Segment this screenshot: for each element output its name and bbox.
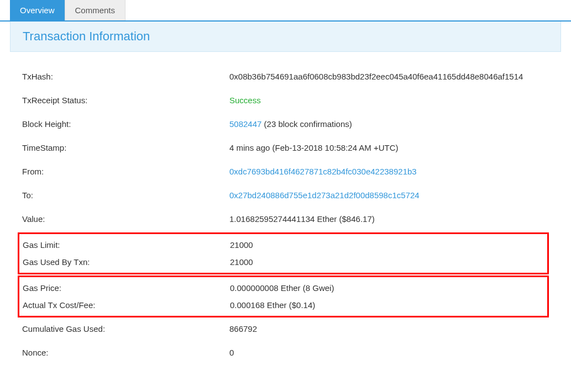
tab-overview[interactable]: Overview <box>10 0 65 20</box>
value-nonce: 0 <box>229 348 549 357</box>
highlight-gas-price-fee: Gas Price: 0.000000008 Ether (8 Gwei) Ac… <box>18 276 549 317</box>
row-gas-limit: Gas Limit: 21000 <box>23 236 544 253</box>
value-status: Success <box>229 96 549 105</box>
value-cumulative-gas: 866792 <box>229 324 549 333</box>
text-confirmations: (23 block confirmations) <box>261 119 352 129</box>
highlight-gas-limit-used: Gas Limit: 21000 Gas Used By Txn: 21000 <box>18 232 549 274</box>
label-status: TxReceipt Status: <box>22 96 229 105</box>
label-gas-price: Gas Price: <box>23 283 230 293</box>
row-to: To: 0x27bd240886d755e1d273a21d2f00d8598c… <box>22 185 549 205</box>
value-tx-fee: 0.000168 Ether ($0.14) <box>230 300 544 310</box>
row-nonce: Nonce: 0 <box>22 342 549 363</box>
label-to: To: <box>22 190 229 200</box>
tabs: Overview Comments <box>0 0 571 22</box>
tab-comments[interactable]: Comments <box>65 0 126 20</box>
label-block-height: Block Height: <box>22 119 229 129</box>
label-nonce: Nonce: <box>22 348 229 357</box>
value-txhash: 0x08b36b754691aa6f0608cb983bd23f2eec045a… <box>229 72 549 81</box>
value-value: 1.01682595274441134 Ether ($846.17) <box>229 214 549 224</box>
row-txhash: TxHash: 0x08b36b754691aa6f0608cb983bd23f… <box>22 66 549 87</box>
link-to-address[interactable]: 0x27bd240886d755e1d273a21d2f00d8598c1c57… <box>229 190 549 200</box>
row-gas-price: Gas Price: 0.000000008 Ether (8 Gwei) <box>23 279 544 296</box>
value-gas-limit: 21000 <box>230 240 544 250</box>
link-block-height[interactable]: 5082447 <box>229 119 261 129</box>
label-gas-used: Gas Used By Txn: <box>23 257 230 267</box>
label-value: Value: <box>22 214 229 224</box>
row-timestamp: TimeStamp: 4 mins ago (Feb-13-2018 10:58… <box>22 137 549 158</box>
label-cumulative-gas: Cumulative Gas Used: <box>22 324 229 333</box>
row-block-height: Block Height: 5082447 (23 block confirma… <box>22 114 549 134</box>
label-timestamp: TimeStamp: <box>22 143 229 152</box>
label-tx-fee: Actual Tx Cost/Fee: <box>23 300 230 310</box>
value-block-height: 5082447 (23 block confirmations) <box>229 119 549 129</box>
label-txhash: TxHash: <box>22 72 229 81</box>
value-gas-price: 0.000000008 Ether (8 Gwei) <box>230 283 544 293</box>
row-from: From: 0xdc7693bd416f4627871c82b4fc030e42… <box>22 161 549 182</box>
link-from-address[interactable]: 0xdc7693bd416f4627871c82b4fc030e42238921… <box>229 167 549 176</box>
row-value: Value: 1.01682595274441134 Ether ($846.1… <box>22 209 549 229</box>
row-tx-fee: Actual Tx Cost/Fee: 0.000168 Ether ($0.1… <box>23 296 544 314</box>
row-cumulative-gas: Cumulative Gas Used: 866792 <box>22 319 549 339</box>
panel-title: Transaction Information <box>10 22 561 52</box>
row-gas-used: Gas Used By Txn: 21000 <box>23 253 544 271</box>
value-timestamp: 4 mins ago (Feb-13-2018 10:58:24 AM +UTC… <box>229 143 549 152</box>
label-gas-limit: Gas Limit: <box>23 240 230 250</box>
panel-body: TxHash: 0x08b36b754691aa6f0608cb983bd23f… <box>10 52 561 372</box>
value-gas-used: 21000 <box>230 257 544 267</box>
label-from: From: <box>22 167 229 176</box>
row-status: TxReceipt Status: Success <box>22 90 549 110</box>
